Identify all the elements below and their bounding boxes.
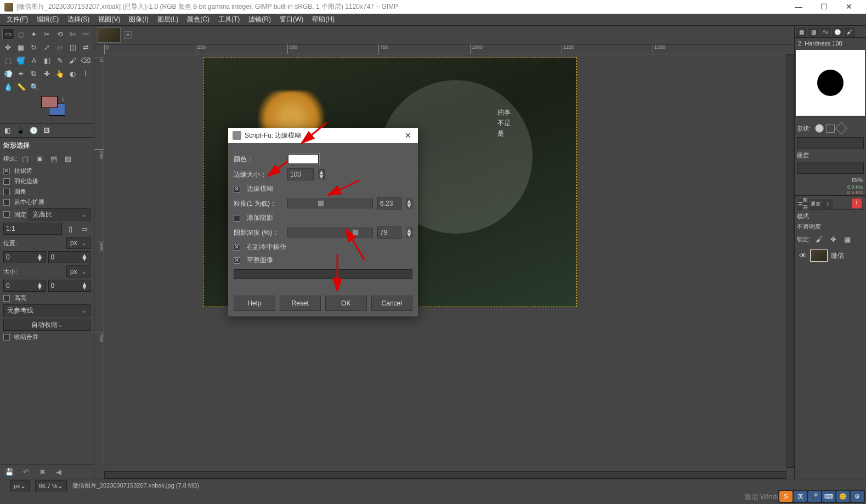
- tool-cage[interactable]: ⬚: [2, 54, 14, 66]
- canvas[interactable]: 的事 不是 是 Script-Fu: 边缘模糊 ✕ 颜色：: [104, 54, 786, 468]
- edge-blur-checkbox[interactable]: [234, 186, 240, 192]
- ratio-portrait[interactable]: ▯: [64, 223, 76, 235]
- shape-square[interactable]: [826, 124, 835, 133]
- vertical-scrollbar[interactable]: [786, 54, 794, 468]
- ok-button[interactable]: OK: [325, 296, 367, 311]
- add-shadow-checkbox[interactable]: [234, 215, 240, 222]
- shrink-merged-checkbox[interactable]: [3, 334, 10, 341]
- ratio-input[interactable]: 1:1: [3, 223, 62, 235]
- tool-perspective[interactable]: ◫: [67, 41, 79, 53]
- horizontal-scrollbar[interactable]: [104, 471, 786, 479]
- dialog-close-button[interactable]: ✕: [403, 131, 414, 140]
- paths-tab[interactable]: ⌇: [822, 199, 833, 209]
- shape-diamond[interactable]: [835, 122, 848, 135]
- tool-airbrush[interactable]: 💨: [2, 67, 14, 80]
- zoom-select[interactable]: 66.7 % ⌄: [35, 480, 67, 491]
- reset-preset-icon[interactable]: ◀: [54, 467, 64, 477]
- vertical-ruler[interactable]: 0 250 500 750: [94, 54, 104, 468]
- tab-tooloptions[interactable]: ◧: [1, 125, 13, 136]
- menu-view[interactable]: 视图(V): [94, 14, 124, 25]
- menu-windows[interactable]: 窗口(W): [275, 14, 308, 25]
- mode-subtract[interactable]: ▤: [48, 152, 60, 165]
- shadow-depth-input[interactable]: 79: [377, 226, 401, 239]
- size-unit[interactable]: px: [66, 265, 90, 278]
- tab-device[interactable]: 📱: [14, 125, 26, 136]
- menu-file[interactable]: 文件(F): [2, 14, 32, 25]
- guides-select[interactable]: 无参考线: [3, 304, 90, 316]
- horizontal-ruler[interactable]: 0 250 500 750 1000 1250 1500: [104, 44, 794, 54]
- tool-heal[interactable]: ✚: [41, 67, 53, 80]
- tool-gradient[interactable]: ◧: [41, 54, 53, 66]
- cancel-button[interactable]: Cancel: [371, 296, 413, 311]
- mode-replace[interactable]: ▢: [19, 152, 31, 165]
- edge-size-spinner[interactable]: ▲▼: [318, 169, 325, 179]
- tool-clone[interactable]: ⧉: [28, 67, 40, 80]
- help-button[interactable]: Help: [234, 296, 275, 311]
- swap-colors-icon[interactable]: ⤹: [61, 96, 65, 102]
- tool-align[interactable]: ▦: [15, 41, 27, 53]
- layer-row[interactable]: 👁 微信: [797, 247, 864, 264]
- tool-dodge[interactable]: ◐: [67, 67, 79, 80]
- delete-preset-icon[interactable]: ✖: [37, 467, 47, 477]
- menu-colors[interactable]: 颜色(C): [183, 14, 214, 25]
- tool-scissors[interactable]: ✄: [67, 28, 79, 40]
- unit-select[interactable]: px ⌄: [10, 480, 30, 491]
- menu-image[interactable]: 图像(I): [124, 14, 152, 25]
- color-swatch[interactable]: ⤹: [33, 96, 61, 118]
- tab-paint[interactable]: 🖌: [844, 27, 855, 37]
- tool-eraser[interactable]: ⌫: [80, 54, 92, 66]
- notification-badge[interactable]: !: [852, 199, 862, 208]
- tab-brushes[interactable]: ▦: [796, 27, 807, 37]
- granularity-spinner[interactable]: ▲▼: [406, 199, 412, 208]
- tool-ink[interactable]: ✒: [15, 67, 27, 80]
- channels-tab[interactable]: 通道: [810, 199, 821, 209]
- close-button[interactable]: ✕: [836, 0, 862, 14]
- menu-help[interactable]: 帮助(H): [308, 14, 339, 25]
- highlight-checkbox[interactable]: [3, 295, 10, 302]
- restore-preset-icon[interactable]: ↶: [21, 467, 31, 477]
- brush-size-slider[interactable]: [797, 137, 864, 149]
- reset-button[interactable]: Reset: [280, 296, 321, 311]
- lock-alpha-icon[interactable]: ▦: [841, 233, 853, 245]
- maximize-button[interactable]: ☐: [811, 0, 836, 14]
- tool-blur[interactable]: 💧: [2, 81, 14, 93]
- dialog-titlebar[interactable]: Script-Fu: 边缘模糊 ✕: [228, 128, 418, 143]
- autoshrink-button[interactable]: 自动收缩: [3, 319, 90, 331]
- antialias-checkbox[interactable]: [3, 168, 10, 174]
- brush-preview[interactable]: [796, 50, 865, 116]
- lock-pixels-icon[interactable]: 🖌: [813, 233, 825, 245]
- tool-bucket[interactable]: 🪣: [15, 54, 27, 66]
- size-x-input[interactable]: 0▲▼: [3, 280, 46, 292]
- tool-brush[interactable]: 🖌: [67, 54, 79, 66]
- color-button[interactable]: [287, 154, 319, 165]
- menu-layer[interactable]: 图层(L): [153, 14, 183, 25]
- menu-edit[interactable]: 编辑(E): [32, 14, 63, 25]
- tool-rect-select[interactable]: ▭: [2, 28, 14, 40]
- position-unit[interactable]: px: [66, 237, 90, 249]
- tab-fonts[interactable]: Aa: [820, 27, 831, 37]
- tool-scale[interactable]: ⤢: [41, 41, 53, 53]
- pos-x-input[interactable]: 0▲▼: [3, 251, 46, 263]
- tab-history[interactable]: 🕓: [27, 125, 39, 136]
- tool-warp[interactable]: 〰: [80, 28, 92, 40]
- lock-position-icon[interactable]: ✥: [827, 233, 839, 245]
- tool-crop[interactable]: ✂: [41, 28, 53, 40]
- foreground-color[interactable]: [41, 96, 58, 108]
- tool-fuzzy[interactable]: ✦: [28, 28, 40, 40]
- tray-icon-2[interactable]: ⌨: [822, 491, 835, 502]
- tool-freeselect[interactable]: ◌: [15, 28, 27, 40]
- fixed-checkbox[interactable]: [3, 211, 10, 218]
- mode-add[interactable]: ▣: [33, 152, 46, 165]
- feather-checkbox[interactable]: [3, 178, 10, 185]
- tool-transform[interactable]: ⟲: [54, 28, 66, 40]
- ime-lang[interactable]: 英: [794, 491, 807, 502]
- tab-patterns[interactable]: ▩: [808, 27, 819, 37]
- tool-pencil[interactable]: ✎: [54, 54, 66, 66]
- tool-path[interactable]: ⌇: [80, 67, 92, 80]
- edge-size-input[interactable]: 100: [287, 168, 314, 180]
- tool-measure[interactable]: 📏: [15, 81, 27, 93]
- image-tab[interactable]: [98, 27, 121, 43]
- menu-tools[interactable]: 工具(T): [214, 14, 244, 25]
- flatten-checkbox[interactable]: [234, 257, 240, 264]
- visibility-icon[interactable]: 👁: [799, 251, 807, 260]
